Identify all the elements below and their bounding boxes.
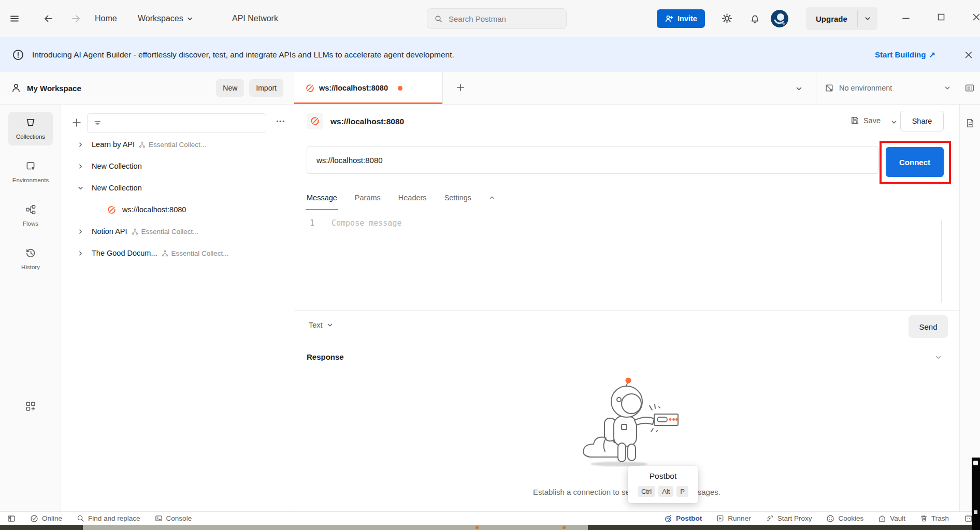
environment-label: No environment [839, 84, 892, 92]
send-button[interactable]: Send [909, 315, 948, 338]
workspace-header: My Workspace New Import [0, 72, 294, 105]
upgrade-button[interactable]: Upgrade [806, 7, 857, 30]
find-and-replace[interactable]: Find and replace [77, 514, 140, 522]
response-collapse-chevron-icon[interactable] [935, 354, 942, 361]
forward-arrow-icon[interactable] [70, 13, 82, 24]
fork-icon [139, 141, 146, 148]
collections-icon [8, 117, 53, 128]
new-button[interactable]: New [216, 79, 244, 97]
global-search[interactable] [427, 8, 567, 29]
sidebar-item-flows[interactable]: Flows [8, 199, 53, 232]
import-button[interactable]: Import [249, 79, 283, 97]
collection-item-new-collection-1[interactable]: New Collection [61, 155, 294, 177]
banner-text: Introducing AI Agent Builder - effortles… [32, 50, 454, 60]
hamburger-menu-icon[interactable] [9, 13, 20, 24]
collection-item-good-documentation[interactable]: The Good Docum... Essential Collect... [61, 242, 294, 264]
filter-collections-box[interactable] [87, 113, 266, 133]
start-proxy-button[interactable]: Start Proxy [766, 514, 812, 523]
taskbar-dot [475, 526, 479, 529]
collection-item-learn-by-api[interactable]: Learn by API Essential Collect... [61, 134, 294, 155]
window-close-button[interactable] [971, 11, 980, 23]
collapse-chevron-up-icon[interactable] [489, 185, 495, 210]
collection-name: New Collection [92, 162, 142, 170]
console-toggle[interactable]: Console [155, 514, 192, 522]
configure-sidebar-icon[interactable] [25, 401, 36, 412]
sidebar-item-history[interactable]: History [8, 242, 53, 276]
documentation-icon[interactable] [965, 118, 975, 511]
filter-collections-input[interactable] [107, 119, 260, 128]
start-building-link[interactable]: Start Building ↗ [875, 50, 935, 60]
editor-scrollbar[interactable] [941, 220, 942, 303]
background-taskbar-strip [0, 525, 980, 530]
cookies-button[interactable]: Cookies [826, 514, 863, 523]
tab-ws-localhost-8080[interactable]: ws://localhost:8080 [294, 72, 443, 104]
new-tab-button[interactable] [456, 83, 465, 92]
save-button[interactable]: Save [851, 116, 881, 125]
tab-message[interactable]: Message [307, 185, 337, 210]
history-icon [8, 247, 53, 259]
collection-name: New Collection [92, 184, 142, 192]
user-avatar[interactable] [771, 10, 788, 27]
nav-api-network[interactable]: API Network [232, 0, 278, 37]
tab-settings[interactable]: Settings [444, 185, 471, 210]
notifications-bell-icon[interactable] [749, 12, 761, 24]
cookies-label: Cookies [838, 514, 863, 522]
send-label: Send [919, 322, 937, 331]
request-item-ws-localhost[interactable]: ws://localhost:8080 [61, 199, 294, 220]
add-collection-icon[interactable] [71, 117, 82, 128]
message-type-label: Text [309, 321, 323, 329]
chevron-down-icon [187, 16, 193, 22]
settings-gear-icon[interactable] [721, 12, 733, 24]
request-tab-strip: ws://localhost:8080 [294, 72, 816, 105]
nav-workspaces[interactable]: Workspaces [138, 0, 193, 37]
back-arrow-icon[interactable] [42, 13, 54, 24]
nav-home[interactable]: Home [95, 0, 117, 37]
workspace-title[interactable]: My Workspace [27, 84, 81, 93]
runner-button[interactable]: Runner [716, 514, 751, 522]
right-rail [959, 105, 980, 511]
online-status[interactable]: Online [30, 514, 62, 523]
collection-item-notion-api[interactable]: Notion API Essential Collect... [61, 220, 294, 242]
postbot-button[interactable]: Postbot [664, 514, 702, 523]
websocket-url-input[interactable] [307, 146, 878, 174]
background-window-strip [972, 458, 980, 530]
tab-list-chevron-icon[interactable] [796, 85, 802, 92]
sidebar-item-collections[interactable]: Collections [8, 112, 53, 145]
compose-message-editor[interactable]: 1 Compose message [294, 210, 959, 311]
toggle-sidebar-icon[interactable] [7, 514, 16, 523]
share-button[interactable]: Share [900, 111, 944, 131]
collections-panel: ••• Learn by API Essential Collect... Ne… [61, 105, 294, 511]
environment-selector[interactable]: No environment [816, 72, 959, 105]
save-dropdown-chevron-icon[interactable] [891, 119, 897, 125]
status-bar: Online Find and replace Console Postbot … [0, 511, 980, 525]
console-label: Console [166, 514, 192, 522]
chevron-down-icon [76, 185, 84, 191]
key-ctrl: Ctrl [638, 486, 655, 497]
tab-settings-label: Settings [444, 194, 471, 202]
environment-quick-look-icon[interactable] [959, 72, 980, 105]
save-label: Save [863, 116, 881, 125]
tab-params[interactable]: Params [355, 185, 381, 210]
sidebar-item-environments[interactable]: Environments [8, 155, 53, 189]
invite-button[interactable]: Invite [657, 9, 705, 28]
nav-workspaces-label: Workspaces [138, 14, 183, 23]
message-type-dropdown[interactable]: Text [309, 321, 333, 329]
response-empty-text: Establish a connection to send and recei… [294, 488, 959, 496]
fork-label: Essential Collect... [149, 141, 206, 149]
more-actions-icon[interactable]: ••• [276, 118, 285, 124]
upgrade-label: Upgrade [816, 14, 847, 23]
environment-chevron-icon [944, 85, 950, 91]
search-icon [77, 514, 84, 522]
tab-headers[interactable]: Headers [398, 185, 427, 210]
online-label: Online [42, 514, 62, 522]
search-input[interactable] [448, 14, 559, 24]
window-minimize-button[interactable] [900, 12, 912, 24]
chevron-right-icon [76, 229, 84, 234]
vault-button[interactable]: Vault [878, 514, 905, 523]
trash-button[interactable]: Trash [920, 514, 949, 522]
window-maximize-button[interactable] [935, 11, 947, 23]
upgrade-dropdown-button[interactable] [858, 7, 877, 30]
banner-close-icon[interactable] [963, 50, 974, 60]
response-title: Response [307, 352, 344, 361]
collection-item-new-collection-2[interactable]: New Collection [61, 177, 294, 199]
